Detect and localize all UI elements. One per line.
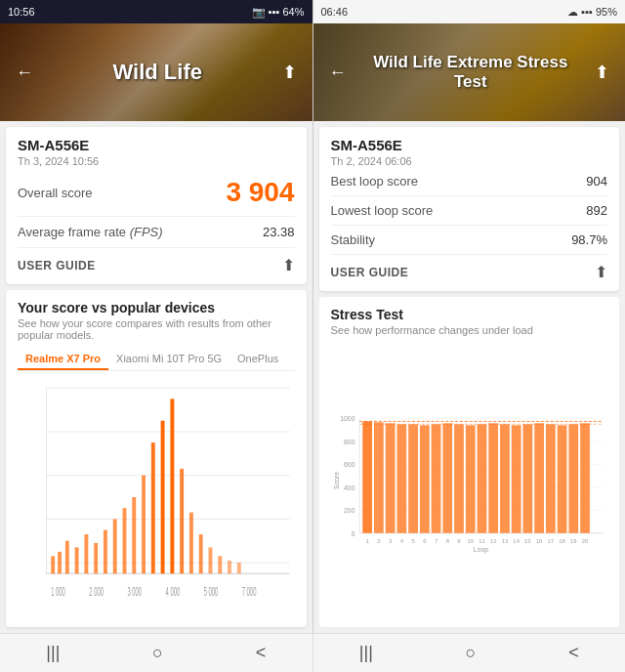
comparison-chart: 1 000 2 000 3 000 4 000 5 000 7 000	[18, 377, 295, 617]
svg-text:9: 9	[457, 538, 460, 544]
share-icon-right[interactable]: ⬆	[595, 263, 607, 281]
svg-rect-52	[373, 422, 383, 532]
cloud-icon: ☁	[567, 6, 578, 19]
tab-realme[interactable]: Realme X7 Pro	[18, 349, 108, 370]
svg-text:0: 0	[351, 530, 354, 537]
svg-rect-24	[209, 547, 213, 573]
nav-back-right[interactable]: <	[557, 639, 591, 667]
svg-rect-23	[199, 534, 203, 573]
best-loop-row: Best loop score 904	[331, 167, 608, 196]
svg-rect-17	[142, 476, 146, 574]
overall-score-row: Overall score 3 904	[18, 177, 295, 217]
fps-value: 23.38	[263, 225, 295, 239]
back-button-right[interactable]: ←	[325, 59, 351, 87]
stability-value: 98.7%	[571, 232, 607, 247]
svg-text:800: 800	[344, 439, 355, 445]
lowest-loop-value: 892	[586, 203, 607, 218]
main-content: ← Wild Life ⬆ SM-A556E Th 3, 2024 10:56 …	[0, 23, 625, 633]
best-loop-value: 904	[586, 174, 607, 189]
fps-row: Average frame rate (FPS) 23.38	[18, 225, 295, 248]
svg-rect-69	[568, 424, 578, 532]
nav-back-left[interactable]: <	[244, 639, 278, 667]
svg-text:19: 19	[570, 538, 577, 544]
nav-menu-left[interactable]: |||	[34, 639, 71, 667]
left-user-guide: USER GUIDE	[18, 259, 96, 273]
svg-text:1000: 1000	[340, 415, 354, 422]
tab-xiaomi[interactable]: Xiaomi Mi 10T Pro 5G	[108, 349, 229, 370]
svg-text:16: 16	[535, 538, 542, 544]
svg-rect-60	[465, 425, 475, 532]
svg-rect-55	[408, 424, 418, 532]
nav-home-right[interactable]: ○	[454, 639, 488, 667]
svg-rect-16	[132, 497, 136, 573]
svg-rect-56	[419, 425, 429, 532]
signal-icon-r: ▪▪▪	[581, 6, 593, 18]
svg-text:Loop: Loop	[473, 546, 487, 554]
svg-rect-7	[51, 556, 55, 573]
share-button-left[interactable]: ⬆	[278, 58, 301, 87]
svg-text:13: 13	[501, 538, 508, 544]
svg-text:1 000: 1 000	[51, 584, 65, 598]
status-bar-right: 06:46 ☁ ▪▪▪ 95%	[312, 0, 626, 23]
svg-text:200: 200	[344, 507, 355, 514]
lowest-loop-label: Lowest loop score	[331, 203, 434, 218]
svg-rect-62	[488, 423, 498, 532]
svg-text:3: 3	[388, 538, 391, 544]
svg-rect-15	[123, 508, 127, 573]
status-bar-left: 10:56 📷 ▪▪▪ 64%	[0, 0, 312, 23]
lowest-loop-row: Lowest loop score 892	[331, 196, 608, 226]
left-device-date: Th 3, 2024 10:56	[18, 155, 295, 167]
comparison-tabs: Realme X7 Pro Xiaomi Mi 10T Pro 5G OnePl…	[18, 349, 295, 371]
svg-rect-11	[84, 534, 88, 573]
nav-home-left[interactable]: ○	[141, 639, 175, 667]
svg-text:7: 7	[434, 538, 437, 544]
left-hero: ← Wild Life ⬆	[0, 23, 312, 121]
nav-right: ||| ○ <	[313, 634, 626, 672]
left-hero-title: Wild Life	[113, 60, 202, 85]
svg-text:8: 8	[445, 538, 448, 544]
stability-label: Stability	[331, 232, 376, 247]
left-device-name: SM-A556E	[18, 137, 295, 153]
svg-rect-14	[113, 519, 117, 573]
share-icon-left[interactable]: ⬆	[282, 256, 295, 274]
svg-text:5: 5	[411, 538, 415, 544]
svg-rect-18	[151, 442, 155, 573]
status-icons-right: ☁ ▪▪▪ 95%	[567, 6, 617, 19]
svg-text:2 000: 2 000	[89, 584, 104, 598]
svg-rect-10	[75, 547, 79, 573]
best-loop-label: Best loop score	[331, 174, 419, 189]
battery-right: 95%	[596, 6, 617, 18]
svg-rect-12	[94, 543, 98, 573]
svg-rect-13	[104, 530, 107, 574]
svg-text:1: 1	[365, 538, 368, 544]
nav-menu-right[interactable]: |||	[348, 639, 385, 667]
svg-text:10: 10	[467, 538, 474, 544]
svg-text:Score: Score	[332, 472, 339, 489]
svg-rect-70	[580, 423, 590, 532]
fps-label: Average frame rate (FPS)	[18, 225, 163, 239]
svg-rect-61	[477, 424, 486, 532]
tab-oneplus[interactable]: OnePlus	[229, 349, 286, 370]
right-hero: ← Wild Life Extreme Stress Test ⬆	[313, 23, 626, 121]
svg-text:7 000: 7 000	[242, 584, 257, 598]
svg-rect-22	[189, 513, 193, 574]
overall-label: Overall score	[18, 186, 93, 200]
status-bars: 10:56 📷 ▪▪▪ 64% 06:46 ☁ ▪▪▪ 95%	[0, 0, 625, 23]
svg-rect-64	[511, 425, 521, 532]
svg-rect-9	[65, 541, 69, 574]
svg-text:6: 6	[423, 538, 426, 544]
stress-chart: Score 1000 800 600 400 200 0	[331, 344, 608, 617]
score-comparison-card: Your score vs popular devices See how yo…	[6, 290, 307, 627]
nav-left: ||| ○ <	[0, 634, 313, 672]
svg-text:400: 400	[344, 484, 355, 491]
share-button-right[interactable]: ⬆	[591, 58, 613, 87]
svg-rect-67	[545, 424, 555, 532]
comparison-subtitle: See how your score compares with results…	[18, 317, 295, 341]
stress-subtitle: See how performance changes under load	[331, 324, 608, 336]
svg-rect-65	[522, 424, 532, 532]
right-device-date: Th 2, 2024 06:06	[331, 155, 608, 167]
back-button-left[interactable]: ←	[12, 59, 37, 87]
svg-rect-63	[500, 424, 510, 532]
stress-chart-svg: Score 1000 800 600 400 200 0	[331, 344, 608, 617]
svg-rect-21	[180, 469, 184, 573]
